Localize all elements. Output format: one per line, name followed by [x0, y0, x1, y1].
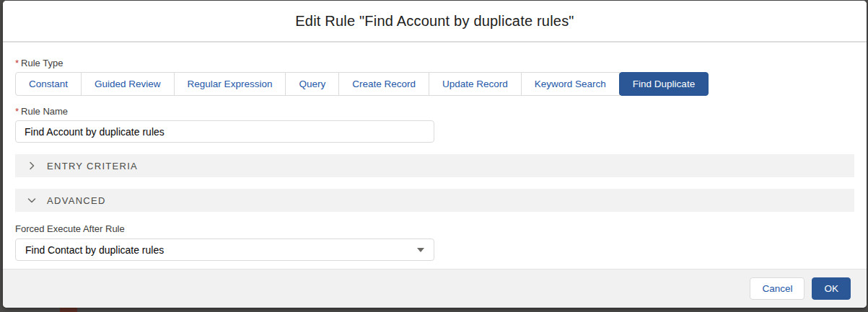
required-asterisk: *: [15, 58, 19, 68]
chevron-right-icon: [27, 161, 37, 171]
forced-execute-after-rule-select[interactable]: Find Contact by duplicate rules: [15, 239, 434, 261]
modal-header: Edit Rule "Find Account by duplicate rul…: [3, 1, 867, 43]
section-entry-criteria-label: ENTRY CRITERIA: [47, 161, 138, 171]
rule-name-label-text: Rule Name: [21, 106, 68, 117]
section-entry-criteria[interactable]: ENTRY CRITERIA: [15, 154, 854, 177]
modal-title: Edit Rule "Find Account by duplicate rul…: [295, 13, 574, 30]
required-asterisk: *: [15, 106, 19, 117]
modal-footer: Cancel OK: [3, 269, 867, 308]
section-advanced-label: ADVANCED: [47, 195, 106, 206]
rule-name-label: * Rule Name: [15, 106, 854, 117]
edit-rule-modal: Edit Rule "Find Account by duplicate rul…: [3, 1, 867, 308]
forced-execute-after-rule-label: Forced Execute After Rule: [15, 223, 854, 234]
rule-type-option-find-duplicate[interactable]: Find Duplicate: [619, 72, 709, 96]
rule-type-label-text: Rule Type: [21, 58, 63, 68]
rule-name-input[interactable]: [15, 120, 434, 143]
ok-button[interactable]: OK: [812, 277, 851, 300]
modal-body: * Rule Type ConstantGuided ReviewRegular…: [3, 43, 867, 261]
cancel-button[interactable]: Cancel: [750, 277, 805, 300]
rule-type-button-group: ConstantGuided ReviewRegular ExpressionQ…: [15, 72, 854, 96]
rule-type-option-guided-review[interactable]: Guided Review: [81, 72, 175, 96]
rule-type-option-create-record[interactable]: Create Record: [338, 72, 429, 96]
caret-down-icon: [417, 248, 424, 252]
background-page-sliver: [60, 308, 77, 312]
rule-type-option-query[interactable]: Query: [285, 72, 339, 96]
chevron-down-icon: [27, 195, 37, 205]
rule-type-option-regular-expression[interactable]: Regular Expression: [174, 72, 286, 96]
rule-type-label: * Rule Type: [15, 58, 854, 68]
rule-type-option-update-record[interactable]: Update Record: [429, 72, 522, 96]
section-advanced[interactable]: ADVANCED: [15, 189, 854, 212]
rule-type-option-constant[interactable]: Constant: [15, 72, 82, 96]
forced-execute-after-rule-value: Find Contact by duplicate rules: [25, 244, 164, 256]
rule-type-option-keyword-search[interactable]: Keyword Search: [521, 72, 620, 96]
